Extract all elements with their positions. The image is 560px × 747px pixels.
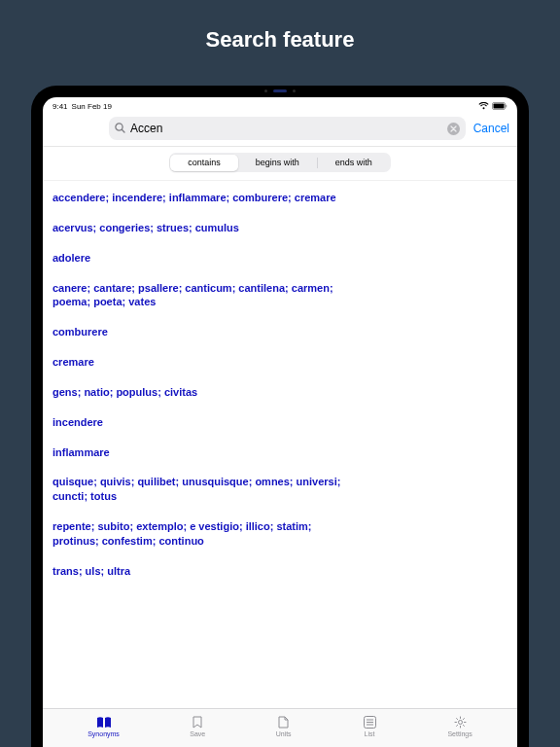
- list-item[interactable]: cremare: [43, 347, 354, 377]
- status-bar: 9:41 Sun Feb 19: [43, 97, 517, 113]
- list-item[interactable]: comburere: [43, 317, 354, 347]
- search-icon: [115, 123, 125, 135]
- list-item[interactable]: incendere: [43, 408, 354, 438]
- svg-line-4: [122, 129, 124, 132]
- tab-list[interactable]: List: [362, 715, 377, 737]
- status-time: 9:41: [52, 102, 68, 111]
- tab-synonyms[interactable]: Synonyms: [88, 715, 120, 737]
- tab-bar: Synonyms Save Units List: [43, 708, 517, 747]
- book-icon: [96, 715, 112, 729]
- list-item[interactable]: repente; subito; extemplo; e vestigio; i…: [43, 512, 354, 556]
- results-list[interactable]: accendere; incendere; inflammare; combur…: [43, 181, 517, 708]
- tab-label: Settings: [447, 730, 472, 737]
- bookmark-icon: [190, 715, 205, 729]
- list-item[interactable]: acervus; congeries; strues; cumulus: [43, 213, 354, 243]
- list-item[interactable]: inflammare: [43, 438, 354, 468]
- search-query-text: Accen: [130, 122, 442, 135]
- tab-save[interactable]: Save: [190, 715, 205, 737]
- tab-settings[interactable]: Settings: [447, 715, 472, 737]
- search-row: Accen Cancel: [43, 113, 517, 147]
- tablet-frame: 9:41 Sun Feb 19 Accen: [31, 86, 529, 747]
- battery-icon: [492, 102, 508, 112]
- tab-label: Units: [276, 730, 292, 737]
- cancel-button[interactable]: Cancel: [473, 122, 509, 135]
- list-item[interactable]: quisque; quivis; quilibet; unusquisque; …: [43, 467, 354, 512]
- list-item[interactable]: canere; cantare; psallere; canticum; can…: [43, 273, 354, 318]
- list-item[interactable]: gens; natio; populus; civitas: [43, 377, 354, 408]
- page-title: Search feature: [0, 0, 560, 53]
- svg-point-9: [458, 720, 462, 724]
- clear-search-button[interactable]: [447, 123, 460, 135]
- segment-contains[interactable]: contains: [170, 155, 238, 171]
- list-item[interactable]: trans; uls; ultra: [43, 556, 354, 587]
- segmented-control: contains begins with ends with: [169, 153, 392, 172]
- segmented-control-wrap: contains begins with ends with: [43, 147, 517, 181]
- list-icon: [362, 715, 377, 729]
- wifi-icon: [478, 102, 489, 112]
- list-item[interactable]: adolere: [43, 243, 354, 273]
- tablet-screen: 9:41 Sun Feb 19 Accen: [43, 97, 517, 747]
- search-input[interactable]: Accen: [109, 117, 466, 140]
- segment-begins-with[interactable]: begins with: [238, 155, 317, 171]
- status-date: Sun Feb 19: [72, 102, 112, 111]
- tab-label: Save: [190, 730, 205, 737]
- svg-rect-1: [494, 103, 505, 108]
- document-icon: [276, 715, 292, 729]
- gear-icon: [452, 715, 468, 729]
- tablet-notch: [264, 89, 296, 92]
- list-item[interactable]: accendere; incendere; inflammare; combur…: [43, 183, 354, 213]
- svg-rect-2: [506, 104, 507, 107]
- tab-label: List: [365, 730, 375, 737]
- tab-label: Synonyms: [88, 730, 120, 737]
- tab-units[interactable]: Units: [276, 715, 292, 737]
- segment-ends-with[interactable]: ends with: [318, 155, 390, 171]
